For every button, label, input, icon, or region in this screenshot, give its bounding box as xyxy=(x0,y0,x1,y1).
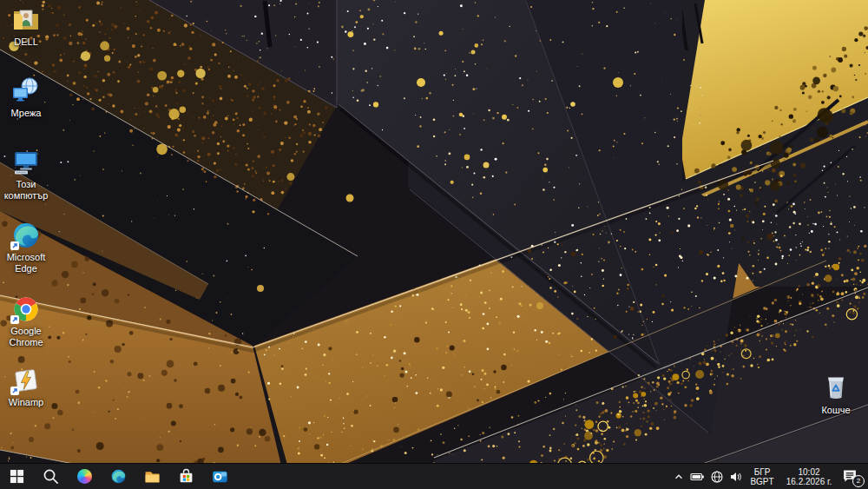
network-globe-icon xyxy=(710,470,724,484)
battery-indicator[interactable] xyxy=(690,470,705,484)
outlook-icon xyxy=(212,468,228,485)
taskbar: БГР BGPT 10:02 16.2.2026 г. 2 xyxy=(0,463,868,489)
speaker-icon xyxy=(729,470,743,484)
folder-icon xyxy=(144,468,161,485)
computer-monitor-icon xyxy=(11,148,41,177)
notification-badge: 2 xyxy=(852,475,865,487)
start-button[interactable] xyxy=(0,464,34,489)
desktop-icon-this-pc[interactable]: Този компютър xyxy=(1,148,51,202)
clock[interactable]: 10:02 16.2.2026 г. xyxy=(781,467,837,486)
language-abbrev: БГР xyxy=(748,467,776,477)
battery-icon xyxy=(690,470,705,484)
desktop-icon-chrome[interactable]: Google Chrome xyxy=(1,294,51,348)
shortcut-arrow-icon xyxy=(10,387,19,395)
desktop-icon-label: Кошче xyxy=(811,405,861,416)
search-icon xyxy=(43,468,59,485)
wallpaper xyxy=(0,0,868,489)
edge-taskbar-button[interactable] xyxy=(102,464,135,489)
recycle-bin-icon xyxy=(819,368,853,403)
desktop-icon-edge[interactable]: Microsoft Edge xyxy=(1,221,51,274)
network-indicator[interactable] xyxy=(710,470,724,484)
desktop-icon-label: Google Chrome xyxy=(1,326,51,348)
edge-logo-icon xyxy=(110,468,127,485)
desktop-icon-label: Мрежа xyxy=(1,108,51,119)
outlook-button[interactable] xyxy=(203,464,237,489)
chevron-up-icon xyxy=(673,471,685,483)
desktop-icon-label: Winamp xyxy=(1,397,51,408)
search-button[interactable] xyxy=(34,464,68,489)
desktop-icon-dell[interactable]: DELL xyxy=(1,5,51,48)
desktop-icon-recycle-bin[interactable]: Кошче xyxy=(811,368,861,416)
windows-logo-icon xyxy=(10,469,24,484)
user-folder-icon xyxy=(11,5,41,35)
action-center-button[interactable]: 2 xyxy=(842,469,861,485)
tray-time: 10:02 xyxy=(781,467,837,477)
desktop-icon-winamp[interactable]: Winamp xyxy=(1,366,51,408)
desktop: DELL Мрежа Този компю xyxy=(0,0,868,489)
tray-date: 16.2.2026 г. xyxy=(781,477,837,486)
shortcut-arrow-icon xyxy=(10,241,19,250)
network-globe-icon xyxy=(11,76,41,106)
desktop-icon-label: Този компютър xyxy=(1,179,51,202)
keyboard-layout: BGPT xyxy=(748,477,776,486)
copilot-icon xyxy=(77,469,92,484)
system-tray: БГР BGPT 10:02 16.2.2026 г. 2 xyxy=(673,464,868,489)
store-bag-icon xyxy=(178,468,194,485)
copilot-button[interactable] xyxy=(68,464,102,489)
desktop-icon-network[interactable]: Мрежа xyxy=(1,76,51,119)
language-indicator[interactable]: БГР BGPT xyxy=(748,467,776,486)
volume-indicator[interactable] xyxy=(729,470,743,484)
microsoft-store-button[interactable] xyxy=(169,464,203,489)
desktop-icon-label: DELL xyxy=(1,36,51,48)
tray-overflow-button[interactable] xyxy=(673,471,685,483)
desktop-icon-label: Microsoft Edge xyxy=(1,252,51,274)
file-explorer-button[interactable] xyxy=(135,464,169,489)
shortcut-arrow-icon xyxy=(10,315,19,324)
